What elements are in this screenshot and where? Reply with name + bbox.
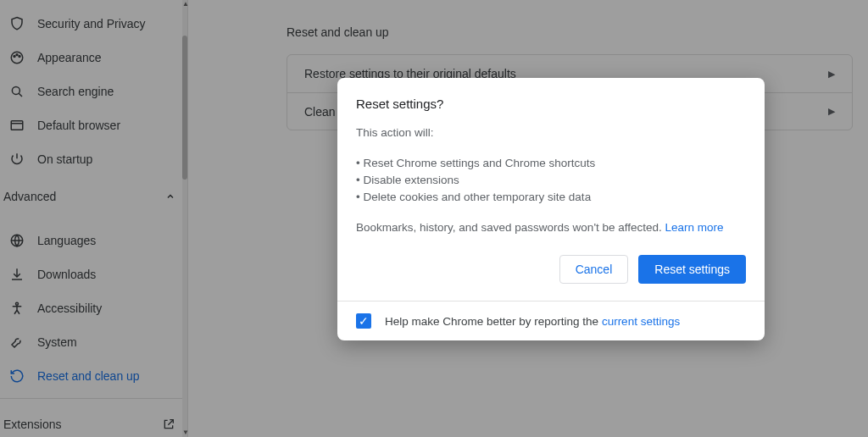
dialog-bullet: • Delete cookies and other temporary sit… — [356, 189, 746, 206]
learn-more-link[interactable]: Learn more — [665, 221, 724, 234]
reset-settings-dialog: Reset settings? This action will: • Rese… — [337, 78, 765, 340]
dialog-actions: Cancel Reset settings — [356, 255, 746, 284]
dialog-intro: This action will: — [356, 124, 746, 141]
dialog-note: Bookmarks, history, and saved passwords … — [356, 219, 746, 236]
dialog-text: This action will: • Reset Chrome setting… — [356, 124, 746, 236]
dialog-bullet: • Disable extensions — [356, 172, 746, 189]
cancel-button[interactable]: Cancel — [559, 255, 629, 284]
dialog-title: Reset settings? — [356, 97, 746, 111]
dialog-bullets: • Reset Chrome settings and Chrome short… — [356, 155, 746, 206]
reset-settings-button[interactable]: Reset settings — [638, 255, 746, 284]
dialog-body: Reset settings? This action will: • Rese… — [337, 78, 765, 301]
report-checkbox[interactable]: ✓ — [356, 313, 371, 329]
current-settings-link[interactable]: current settings — [602, 315, 680, 328]
dialog-footer: ✓ Help make Chrome better by reporting t… — [337, 301, 765, 340]
dialog-bullet: • Reset Chrome settings and Chrome short… — [356, 155, 746, 172]
dialog-footer-text: Help make Chrome better by reporting the… — [385, 315, 680, 328]
